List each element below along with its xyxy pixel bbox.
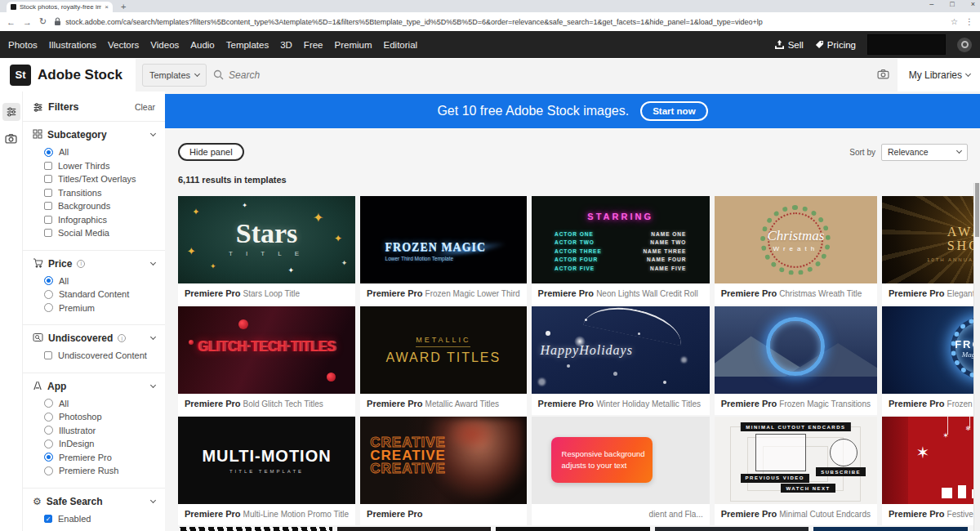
filter-option-transitions[interactable]: Transitions xyxy=(44,188,155,198)
template-card-partial[interactable] xyxy=(337,527,492,531)
checkbox-unchecked[interactable] xyxy=(44,189,52,197)
template-card[interactable]: StarsT I T L E ✦✦✦✦✦✦✦✦ Premiere Pro Sta… xyxy=(178,196,355,305)
filter-option-all[interactable]: All xyxy=(44,399,155,408)
sort-select[interactable]: Relevance xyxy=(881,144,968,161)
signin-placeholder-box[interactable] xyxy=(867,34,946,55)
radio-unselected[interactable] xyxy=(44,399,53,408)
filter-option-illustrator[interactable]: Illustrator xyxy=(44,426,155,435)
profile-orb-icon[interactable] xyxy=(957,38,972,52)
filter-option-indesign[interactable]: InDesign xyxy=(44,439,155,448)
nav-item-premium[interactable]: Premium xyxy=(335,40,372,50)
my-libraries-menu[interactable]: My Libraries xyxy=(909,69,970,81)
filter-option-premiere-pro[interactable]: Premiere Pro xyxy=(44,453,155,462)
radio-selected[interactable] xyxy=(44,453,53,462)
filter-option-infographics[interactable]: Infographics xyxy=(44,215,155,225)
template-card[interactable]: FROZEN MAGICLower Third Motion Template … xyxy=(360,196,527,305)
search-input[interactable] xyxy=(229,69,869,81)
reload-button[interactable]: ↻ xyxy=(39,16,47,27)
filter-option-undiscovered-content[interactable]: Undiscovered Content xyxy=(44,350,155,360)
search-by-image-button[interactable] xyxy=(869,68,898,83)
window-minimize-button[interactable]: – xyxy=(929,0,933,8)
template-card[interactable]: Premiere Pro Frozen Magic Transitions xyxy=(715,306,877,415)
template-card[interactable]: GLITCH·TECH·TITLES Premiere Pro Bold Gli… xyxy=(178,306,355,415)
filter-option-photoshop[interactable]: Photoshop xyxy=(44,412,155,422)
nav-item-vectors[interactable]: Vectors xyxy=(108,40,139,50)
filters-rail-button[interactable] xyxy=(2,103,20,121)
start-now-button[interactable]: Start now xyxy=(640,101,707,121)
filter-option-titles-text-overlays[interactable]: Titles/Text Overlays xyxy=(44,174,155,184)
template-card[interactable]: STARRINGACTOR ONENAME ONEACTOR TWONAME T… xyxy=(532,196,710,305)
pricing-link[interactable]: Pricing xyxy=(815,40,856,50)
forward-button[interactable]: → xyxy=(23,17,32,27)
browser-menu-icon[interactable]: ⋮ xyxy=(965,17,973,26)
browser-tab[interactable]: Stock photos, royalty-free imag × xyxy=(7,2,113,12)
nav-item-audio[interactable]: Audio xyxy=(190,40,214,50)
radio-unselected[interactable] xyxy=(44,466,53,475)
window-restore-button[interactable]: □ xyxy=(950,0,954,8)
checkbox-unchecked[interactable] xyxy=(44,175,52,183)
radio-unselected[interactable] xyxy=(44,440,53,448)
back-button[interactable]: ← xyxy=(7,17,16,27)
page-scrollbar[interactable] xyxy=(973,183,980,531)
nav-item-photos[interactable]: Photos xyxy=(8,40,38,50)
filter-section-header-app[interactable]: App xyxy=(33,381,155,392)
checkbox-unchecked[interactable] xyxy=(44,202,52,210)
radio-unselected[interactable] xyxy=(44,303,53,312)
new-tab-button[interactable]: + xyxy=(121,2,126,12)
filter-section-header-subcategory[interactable]: Subcategory xyxy=(33,129,155,141)
radio-unselected[interactable] xyxy=(44,426,53,435)
radio-unselected[interactable] xyxy=(44,290,53,299)
checkbox-unchecked[interactable] xyxy=(44,351,52,359)
filter-section-header-price[interactable]: Price i xyxy=(33,258,155,270)
window-close-button[interactable]: × xyxy=(971,0,975,8)
nav-item-templates[interactable]: Templates xyxy=(226,40,269,50)
template-card[interactable]: MINIMAL CUTOUT ENDCARDSPREVIOUS VIDEOSUB… xyxy=(715,417,877,525)
clear-filters-button[interactable]: Clear xyxy=(135,102,155,112)
adobe-stock-logo[interactable]: St xyxy=(10,65,31,86)
checkbox-unchecked[interactable] xyxy=(44,216,52,224)
template-card-partial[interactable] xyxy=(496,527,650,531)
template-card[interactable]: ChristmasWreath Premiere Pro Christmas W… xyxy=(715,196,877,305)
checkbox-unchecked[interactable] xyxy=(44,229,52,237)
radio-unselected[interactable] xyxy=(44,413,53,422)
filter-option-enabled[interactable]: ✓Enabled xyxy=(44,514,155,524)
template-card-partial[interactable] xyxy=(813,527,968,531)
radio-selected[interactable] xyxy=(44,148,53,157)
filter-option-all[interactable]: All xyxy=(44,276,155,286)
template-card[interactable]: MULTI-MOTIONTITLE TEMPLATE Premiere Pro … xyxy=(178,417,355,525)
radio-selected[interactable] xyxy=(44,276,53,285)
checkbox-checked[interactable]: ✓ xyxy=(44,515,52,523)
template-card[interactable]: CREATIVECREATIVECREATIVE Premiere Pro xyxy=(360,417,527,525)
template-card[interactable]: HappyHolidays Premiere Pro Winter Holida… xyxy=(532,306,710,415)
scrollbar-thumb[interactable] xyxy=(975,183,979,237)
filter-section-header-safe-search[interactable]: ⚙ Safe Search xyxy=(33,496,155,507)
nav-item-free[interactable]: Free xyxy=(304,40,323,50)
template-card[interactable]: ✶❄✶✶✶❄ AdventRevealBox Premiere Pro Fest… xyxy=(882,417,980,525)
filter-section-header-undiscovered[interactable]: Undiscovered i xyxy=(33,332,155,344)
template-card-partial[interactable] xyxy=(178,527,332,531)
filter-option-premium[interactable]: Premium xyxy=(44,303,155,313)
filter-option-standard-content[interactable]: Standard Content xyxy=(44,289,155,299)
bookmark-star-icon[interactable]: ☆ xyxy=(951,17,958,26)
template-card[interactable]: METALLICAWARD TITLES Premiere Pro Metall… xyxy=(360,306,527,415)
template-card[interactable]: Responsive backgroundadjusts to your tex… xyxy=(532,417,710,525)
filter-option-social-media[interactable]: Social Media xyxy=(44,228,155,238)
filter-option-lower-thirds[interactable]: Lower Thirds xyxy=(44,161,155,171)
template-card[interactable]: FROZENMagical Title Premiere Pro Frozen … xyxy=(882,306,980,415)
filter-option-backgrounds[interactable]: Backgrounds xyxy=(44,201,155,211)
visual-search-rail-button[interactable] xyxy=(2,129,20,147)
nav-item-videos[interactable]: Videos xyxy=(150,40,179,50)
sell-link[interactable]: Sell xyxy=(774,40,804,50)
url-bar[interactable]: stock.adobe.com/ca/search/templates?filt… xyxy=(54,17,943,26)
filter-option-all[interactable]: All xyxy=(44,147,155,157)
template-card[interactable]: THEAWARDSSHOW10TH ANNUAL AWARDS SHOW Pre… xyxy=(882,196,980,305)
hide-panel-button[interactable]: Hide panel xyxy=(178,143,244,161)
checkbox-unchecked[interactable] xyxy=(44,162,52,170)
nav-item-editorial[interactable]: Editorial xyxy=(384,40,418,50)
nav-item-illustrations[interactable]: Illustrations xyxy=(49,40,96,50)
template-card-partial[interactable] xyxy=(655,527,809,531)
nav-item-3d[interactable]: 3D xyxy=(280,40,292,50)
filter-option-premiere-rush[interactable]: Premiere Rush xyxy=(44,466,155,475)
tab-close-icon[interactable]: × xyxy=(105,3,109,11)
category-dropdown[interactable]: Templates xyxy=(142,64,207,87)
